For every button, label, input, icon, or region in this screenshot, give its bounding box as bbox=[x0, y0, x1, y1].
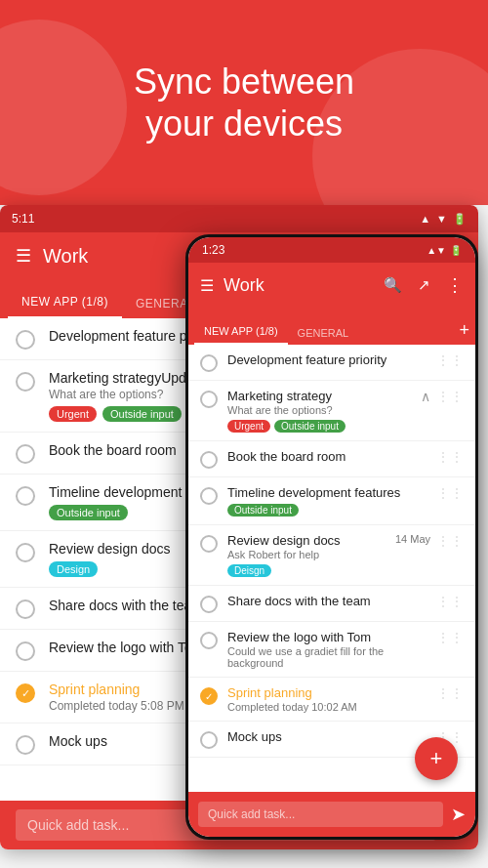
phone-task-circle-5 bbox=[200, 535, 218, 553]
phone-task-content-8: Sprint planning Completed today 10:02 AM bbox=[227, 685, 430, 713]
phone-drag-icon-7: ⋮⋮ bbox=[430, 630, 464, 645]
signal-icon: ▼ bbox=[436, 213, 447, 225]
list-item[interactable]: ✓ Sprint planning Completed today 10:02 … bbox=[188, 678, 475, 722]
task-circle-4 bbox=[16, 486, 35, 506]
tablet-status-icons: ▲ ▼ 🔋 bbox=[420, 213, 467, 226]
phone-task-circle-4 bbox=[200, 487, 218, 505]
list-item[interactable]: Timeline development features Outside in… bbox=[188, 477, 475, 525]
phone-more-icon[interactable]: ⋮ bbox=[446, 274, 464, 296]
phone-tag-urgent-2: Urgent bbox=[227, 420, 270, 433]
phone-task-content-3: Book the board room bbox=[227, 449, 430, 464]
phone-task-title-5: Review design docs bbox=[227, 533, 341, 548]
hero-text: Sync between your devices bbox=[134, 61, 354, 145]
list-item[interactable]: Marketing strategy What are the options?… bbox=[188, 381, 475, 441]
phone-task-subtitle-2: What are the options? bbox=[227, 404, 417, 416]
phone-task-title-4: Timeline development features bbox=[227, 485, 430, 500]
phone-drag-icon-2: ⋮⋮ bbox=[430, 389, 464, 404]
phone-title: Work bbox=[224, 275, 374, 296]
phone-task-content-9: Mock ups bbox=[227, 729, 430, 744]
phone-task-title-8: Sprint planning bbox=[227, 685, 430, 700]
phone-drag-icon-3: ⋮⋮ bbox=[430, 449, 464, 465]
tablet-menu-icon[interactable]: ☰ bbox=[16, 245, 31, 267]
phone-task-title-9: Mock ups bbox=[227, 729, 430, 744]
phone-task-tags-5: Deisgn bbox=[227, 564, 430, 577]
phone-task-subtitle-8: Completed today 10:02 AM bbox=[227, 701, 430, 713]
task-circle-9 bbox=[16, 735, 35, 755]
phone-tag-design-5: Deisgn bbox=[227, 564, 271, 577]
phone-quick-add-input[interactable] bbox=[198, 802, 443, 827]
phone-task-circle-9 bbox=[200, 731, 218, 749]
phone-task-tags-4: Outside input bbox=[227, 504, 430, 517]
phone-tag-outside-4: Outside input bbox=[227, 504, 299, 517]
phone-task-content-6: Share docs with the team bbox=[227, 594, 430, 608]
phone-task-title-2: Marketing strategy bbox=[227, 389, 417, 403]
phone-task-circle-3 bbox=[200, 451, 218, 469]
phone-tab-add[interactable]: + bbox=[459, 320, 469, 345]
phone-task-title-1: Development feature priority bbox=[227, 352, 430, 367]
phone-search-icon[interactable]: 🔍 bbox=[384, 276, 402, 294]
tag-outside-2: Outside input bbox=[102, 406, 182, 422]
phone-quick-add-bar: ➤ bbox=[188, 792, 475, 837]
list-item[interactable]: Development feature priority ⋮⋮ bbox=[188, 345, 475, 381]
phone-drag-icon-8: ⋮⋮ bbox=[430, 685, 464, 701]
task-circle-8: ✓ bbox=[16, 683, 35, 703]
phone-task-circle-6 bbox=[200, 596, 218, 613]
task-circle-3 bbox=[16, 444, 35, 464]
tablet-tab-newapp[interactable]: NEW APP (1/8) bbox=[8, 287, 122, 318]
task-circle-2 bbox=[16, 372, 35, 392]
phone-task-content-5: Review design docs 14 May Ask Robert for… bbox=[227, 533, 430, 577]
device-area: 5:11 ▲ ▼ 🔋 ☰ Work 🔍 ↗ ⋮ NEW APP (1/8) GE… bbox=[0, 205, 488, 868]
phone-tabs: NEW APP (1/8) GENERAL + bbox=[188, 308, 475, 345]
phone-task-content-1: Development feature priority bbox=[227, 352, 430, 367]
phone-drag-icon-1: ⋮⋮ bbox=[430, 352, 464, 368]
phone-signal-icon: ▲▼ bbox=[427, 245, 446, 256]
phone-task-subtitle-5: Ask Robert for help bbox=[227, 549, 430, 560]
chevron-up-icon: ∧ bbox=[421, 389, 430, 404]
phone-task-content-2: Marketing strategy What are the options?… bbox=[227, 389, 417, 433]
phone-task-title-6: Share docs with the team bbox=[227, 594, 430, 608]
phone-task-date-5: 14 May bbox=[395, 533, 430, 545]
phone-task-circle-7 bbox=[200, 632, 218, 649]
list-item[interactable]: Review design docs 14 May Ask Robert for… bbox=[188, 525, 475, 586]
tag-outside-4: Outside input bbox=[49, 505, 128, 520]
phone-drag-icon-5: ⋮⋮ bbox=[430, 533, 464, 549]
phone-status-icons: ▲▼ 🔋 bbox=[427, 245, 462, 256]
task-circle-6 bbox=[16, 599, 35, 619]
hero-section: Sync between your devices bbox=[0, 0, 488, 205]
phone-task-content-7: Review the logo with Tom Could we use a … bbox=[227, 630, 430, 669]
phone-task-title-7: Review the logo with Tom bbox=[227, 630, 430, 644]
phone-send-icon[interactable]: ➤ bbox=[451, 804, 466, 825]
phone-share-icon[interactable]: ↗ bbox=[418, 276, 430, 294]
phone-task-subtitle-7: Could we use a gradiet fill for the back… bbox=[227, 645, 430, 669]
tag-design-5: Design bbox=[49, 561, 98, 577]
battery-icon: 🔋 bbox=[453, 213, 467, 226]
phone-tab-general[interactable]: GENERAL bbox=[288, 321, 359, 345]
phone-topbar: ☰ Work 🔍 ↗ ⋮ bbox=[188, 263, 475, 308]
list-item[interactable]: Review the logo with Tom Could we use a … bbox=[188, 622, 475, 678]
task-circle-7 bbox=[16, 641, 35, 661]
phone-task-title-3: Book the board room bbox=[227, 449, 430, 464]
phone-drag-icon-4: ⋮⋮ bbox=[430, 485, 464, 501]
phone-task-circle-8: ✓ bbox=[200, 687, 218, 705]
phone-fab-button[interactable]: + bbox=[415, 737, 458, 780]
tag-urgent-2: Urgent bbox=[49, 406, 97, 422]
phone-tag-outside-2: Outside input bbox=[274, 420, 346, 433]
phone-task-content-4: Timeline development features Outside in… bbox=[227, 485, 430, 517]
phone: 1:23 ▲▼ 🔋 ☰ Work 🔍 ↗ ⋮ NEW APP (1/8) GEN… bbox=[185, 234, 478, 840]
list-item[interactable]: Share docs with the team ⋮⋮ bbox=[188, 586, 475, 622]
tablet-time: 5:11 bbox=[12, 212, 34, 226]
phone-tab-newapp[interactable]: NEW APP (1/8) bbox=[194, 319, 288, 345]
phone-task-list: Development feature priority ⋮⋮ Marketin… bbox=[188, 345, 475, 792]
phone-menu-icon[interactable]: ☰ bbox=[200, 276, 214, 295]
task-circle-5 bbox=[16, 543, 35, 562]
wifi-icon: ▲ bbox=[420, 213, 430, 225]
phone-task-circle-1 bbox=[200, 354, 218, 372]
hero-circle-left bbox=[0, 20, 127, 195]
phone-time: 1:23 bbox=[202, 243, 224, 257]
phone-drag-icon-6: ⋮⋮ bbox=[430, 594, 464, 609]
list-item[interactable]: Book the board room ⋮⋮ bbox=[188, 441, 475, 477]
phone-status-bar: 1:23 ▲▼ 🔋 bbox=[188, 237, 475, 263]
tablet-status-bar: 5:11 ▲ ▼ 🔋 bbox=[0, 205, 478, 232]
task-circle-1 bbox=[16, 330, 35, 350]
phone-battery-icon: 🔋 bbox=[450, 245, 462, 256]
